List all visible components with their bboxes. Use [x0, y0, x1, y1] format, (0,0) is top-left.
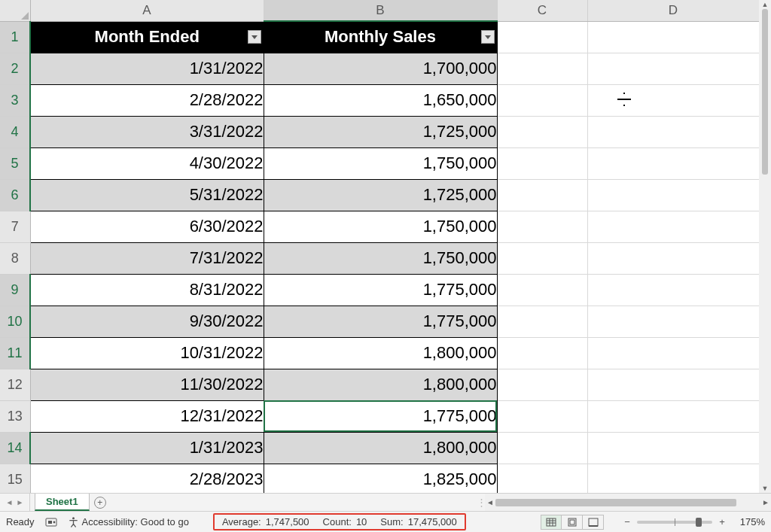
cell[interactable] — [587, 147, 759, 179]
tab-nav-buttons[interactable]: ◄► — [0, 494, 30, 511]
row-header[interactable]: 11 — [0, 337, 30, 369]
accessibility-status[interactable]: Accessibility: Good to go — [68, 516, 189, 527]
cell[interactable]: 1,725,000 — [264, 116, 497, 147]
column-header-C[interactable]: C — [497, 0, 587, 21]
scroll-left-arrow[interactable]: ◄ — [485, 498, 495, 506]
cell[interactable]: 4/30/2022 — [30, 147, 264, 179]
row-header[interactable]: 2 — [0, 53, 30, 84]
horizontal-scrollbar[interactable]: ◄ ► — [485, 494, 771, 511]
cell[interactable] — [497, 242, 587, 274]
cell[interactable]: 10/31/2022 — [30, 337, 264, 369]
spreadsheet-grid[interactable]: A B C D 1 Month Ended Monthly Sales — [0, 0, 759, 493]
cell[interactable] — [497, 306, 587, 337]
cell[interactable] — [587, 306, 759, 337]
cell[interactable] — [497, 116, 587, 147]
macro-record-icon[interactable] — [45, 516, 57, 528]
cell[interactable]: 7/31/2022 — [30, 242, 264, 274]
cell[interactable] — [497, 21, 587, 53]
row-header[interactable]: 10 — [0, 306, 30, 337]
cell[interactable] — [587, 21, 759, 53]
new-sheet-button[interactable]: + — [90, 494, 111, 511]
cell[interactable]: 12/31/2022 — [30, 400, 264, 432]
filter-dropdown-button[interactable] — [248, 30, 261, 44]
table-header-cell[interactable]: Month Ended — [30, 21, 264, 53]
view-page-break-button[interactable] — [583, 515, 604, 530]
cell[interactable]: 11/30/2022 — [30, 369, 264, 400]
zoom-in-button[interactable]: + — [717, 516, 727, 527]
zoom-level[interactable]: 175% — [732, 516, 765, 527]
scroll-down-arrow[interactable]: ▼ — [759, 484, 771, 493]
zoom-slider-knob[interactable] — [696, 518, 702, 527]
filter-dropdown-button[interactable] — [481, 30, 495, 44]
tab-split-handle[interactable]: ⋮ — [477, 494, 485, 511]
cell[interactable]: 1,725,000 — [264, 179, 497, 211]
cell[interactable] — [587, 337, 759, 369]
row-header[interactable]: 14 — [0, 432, 30, 464]
row-header[interactable]: 1 — [0, 21, 30, 53]
cell[interactable]: 1,825,000 — [264, 464, 497, 495]
cell[interactable]: 1/31/2023 — [30, 432, 264, 464]
active-cell[interactable]: 1,775,000 — [264, 400, 497, 432]
column-header-A[interactable]: A — [30, 0, 264, 21]
cell[interactable]: 1,800,000 — [264, 369, 497, 400]
row-header[interactable]: 4 — [0, 116, 30, 147]
vertical-scrollbar[interactable]: ▲ ▼ — [759, 0, 771, 493]
cell[interactable] — [497, 400, 587, 432]
cell[interactable] — [587, 400, 759, 432]
cell[interactable] — [587, 179, 759, 211]
cell[interactable]: 8/31/2022 — [30, 274, 264, 306]
cell[interactable]: 1,650,000 — [264, 84, 497, 116]
row-header[interactable]: 13 — [0, 400, 30, 432]
cell[interactable] — [587, 242, 759, 274]
row-header[interactable]: 6 — [0, 179, 30, 211]
cell[interactable]: 1,750,000 — [264, 147, 497, 179]
cell[interactable]: 5/31/2022 — [30, 179, 264, 211]
select-all-corner[interactable] — [0, 0, 30, 21]
cell[interactable] — [497, 84, 587, 116]
cell[interactable] — [587, 432, 759, 464]
row-header[interactable]: 9 — [0, 274, 30, 306]
scroll-thumb[interactable] — [495, 499, 736, 506]
column-header-B[interactable]: B — [264, 0, 497, 21]
zoom-out-button[interactable]: − — [622, 516, 632, 527]
row-header[interactable]: 8 — [0, 242, 30, 274]
cell[interactable] — [497, 179, 587, 211]
cell[interactable] — [497, 464, 587, 495]
sheet-tab[interactable]: Sheet1 — [35, 494, 90, 511]
cell[interactable]: 1,700,000 — [264, 53, 497, 84]
table-header-cell[interactable]: Monthly Sales — [264, 21, 497, 53]
cell[interactable]: 1,800,000 — [264, 337, 497, 369]
cell[interactable] — [497, 274, 587, 306]
cell[interactable]: 1,775,000 — [264, 274, 497, 306]
cell[interactable] — [587, 53, 759, 84]
view-page-layout-button[interactable] — [562, 515, 583, 530]
row-header[interactable]: 5 — [0, 147, 30, 179]
cell[interactable]: 3/31/2022 — [30, 116, 264, 147]
cell[interactable] — [587, 211, 759, 242]
cell[interactable]: 2/28/2022 — [30, 84, 264, 116]
row-header[interactable]: 12 — [0, 369, 30, 400]
scroll-up-arrow[interactable]: ▲ — [759, 0, 771, 9]
view-normal-button[interactable] — [541, 515, 562, 530]
cell[interactable] — [587, 464, 759, 495]
row-header[interactable]: 7 — [0, 211, 30, 242]
cell[interactable]: 9/30/2022 — [30, 306, 264, 337]
cell[interactable] — [587, 369, 759, 400]
cell[interactable] — [497, 369, 587, 400]
cell[interactable] — [497, 337, 587, 369]
cell[interactable]: 1,750,000 — [264, 242, 497, 274]
cell[interactable] — [497, 211, 587, 242]
scroll-thumb[interactable] — [762, 9, 768, 175]
cell[interactable] — [497, 147, 587, 179]
cell[interactable]: 1,750,000 — [264, 211, 497, 242]
row-header[interactable]: 3 — [0, 84, 30, 116]
cell[interactable]: 1,800,000 — [264, 432, 497, 464]
cell[interactable]: 6/30/2022 — [30, 211, 264, 242]
zoom-slider[interactable] — [637, 521, 712, 524]
cell[interactable]: 1,775,000 — [264, 306, 497, 337]
cell[interactable]: 1/31/2022 — [30, 53, 264, 84]
cell[interactable]: 2/28/2023 — [30, 464, 264, 495]
cell[interactable] — [587, 274, 759, 306]
cell[interactable] — [497, 53, 587, 84]
scroll-right-arrow[interactable]: ► — [760, 498, 771, 506]
